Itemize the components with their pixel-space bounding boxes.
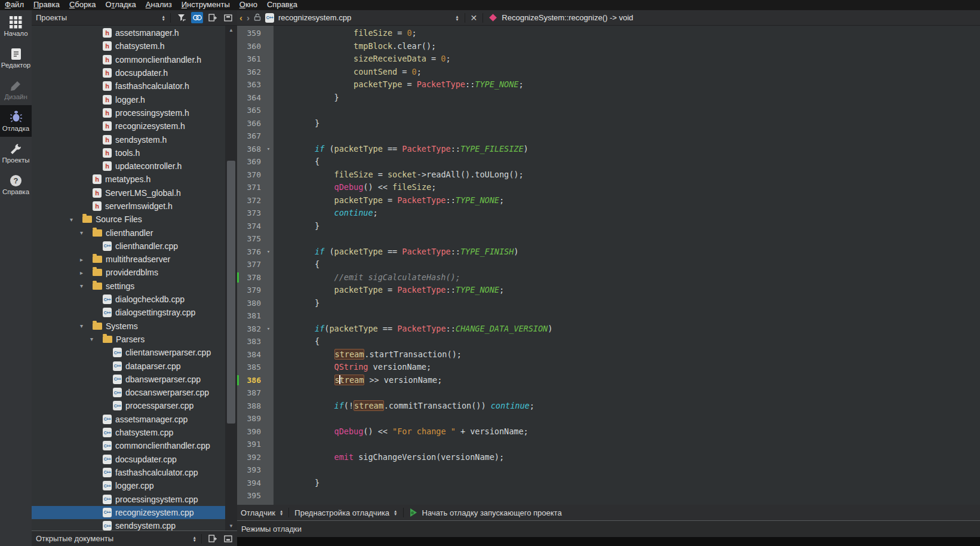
code-line-374[interactable]: 374 } xyxy=(237,220,980,233)
code-line-362[interactable]: 362 countSend = 0; xyxy=(237,66,980,79)
code-line-377[interactable]: 377 { xyxy=(237,258,980,271)
line-number[interactable]: 359 xyxy=(237,27,263,40)
code-line-387[interactable]: 387 xyxy=(237,387,980,400)
line-number[interactable]: 367 xyxy=(237,130,263,143)
start-debugging-button[interactable]: Начать отладку запускающего проекта xyxy=(422,508,562,517)
fold-marker-icon[interactable]: ▾ xyxy=(263,323,274,336)
code-line-369[interactable]: 369 { xyxy=(237,155,980,168)
tree-item-commonclienthandler-h[interactable]: hcommonclienthandler.h xyxy=(32,53,225,66)
line-number[interactable]: 373 xyxy=(237,207,263,220)
code-line-361[interactable]: 361 sizeReceiveData = 0; xyxy=(237,53,980,66)
code-line-394[interactable]: 394 } xyxy=(237,477,980,490)
split-panel-icon[interactable] xyxy=(207,533,219,544)
tree-item-updatecontroller-h[interactable]: hupdatecontroller.h xyxy=(32,159,225,173)
preset-selector-arrows-icon[interactable]: ▲▼ xyxy=(394,510,397,516)
tree-item-assetsmanager-h[interactable]: hassetsmanager.h xyxy=(32,26,225,39)
chevron-down-icon[interactable]: ▾ xyxy=(80,229,93,236)
chevron-right-icon[interactable]: ▸ xyxy=(80,269,93,276)
tree-scrollbar[interactable]: ▲ ▼ xyxy=(225,26,237,530)
menu-item-edit[interactable]: Правка xyxy=(29,0,64,10)
filter-icon[interactable] xyxy=(176,12,188,23)
code-line-364[interactable]: 364 } xyxy=(237,91,980,105)
code-line-376[interactable]: 376▾ if (packetType == PacketType::TYPE_… xyxy=(237,246,980,259)
line-number[interactable]: 394 xyxy=(237,477,263,490)
menu-item-debug[interactable]: Отладка xyxy=(100,0,140,10)
debugger-preset-selector[interactable]: Преднастройка отладчика xyxy=(294,508,389,517)
current-symbol[interactable]: RecognizeSystem::recognize() -> void xyxy=(502,13,633,22)
code-line-386[interactable]: 386 stream >> versionName; xyxy=(237,374,980,387)
mode-debug[interactable]: Отладка xyxy=(0,105,32,137)
line-number[interactable]: 374 xyxy=(237,220,263,233)
line-number[interactable]: 392 xyxy=(237,451,263,464)
menu-item-tools[interactable]: Инструменты xyxy=(177,0,235,10)
chevron-down-icon[interactable]: ▾ xyxy=(70,216,82,223)
close-panel-icon[interactable] xyxy=(222,12,234,23)
tree-item-dbanswerparser-cpp[interactable]: C++dbanswerparser.cpp xyxy=(32,373,225,386)
open-documents-title[interactable]: Открытые документы xyxy=(32,534,193,543)
line-number[interactable]: 380 xyxy=(237,297,263,310)
line-number[interactable]: 385 xyxy=(237,361,263,374)
chevron-down-icon[interactable]: ▾ xyxy=(90,336,103,342)
line-number[interactable]: 391 xyxy=(237,438,263,451)
code-line-366[interactable]: 366 } xyxy=(237,117,980,130)
line-number[interactable]: 368 xyxy=(237,143,263,156)
mode-editor[interactable]: Редактор xyxy=(0,42,32,73)
code-line-371[interactable]: 371 qDebug() << fileSize; xyxy=(237,181,980,194)
document-selector-arrows-icon[interactable]: ▲▼ xyxy=(455,15,459,21)
code-line-391[interactable]: 391 xyxy=(237,438,980,451)
code-line-380[interactable]: 380 } xyxy=(237,297,980,310)
scroll-up-icon[interactable]: ▲ xyxy=(225,26,237,35)
code-line-367[interactable]: 367 xyxy=(237,130,980,143)
close-document-icon[interactable]: ✕ xyxy=(471,13,478,23)
tree-item-docsupdater-h[interactable]: hdocsupdater.h xyxy=(32,66,225,79)
code-line-359[interactable]: 359 fileSize = 0; xyxy=(237,27,980,40)
start-debugging-icon[interactable] xyxy=(410,508,417,517)
line-number[interactable]: 386 xyxy=(237,374,263,387)
line-number[interactable]: 390 xyxy=(237,425,263,438)
line-number[interactable]: 362 xyxy=(237,66,263,79)
tree-item-dataparser-cpp[interactable]: C++dataparser.cpp xyxy=(32,359,225,372)
tree-item-clienthandler[interactable]: ▾clienthandler xyxy=(32,226,225,239)
code-line-388[interactable]: 388 if(!stream.commitTransaction()) cont… xyxy=(237,400,980,413)
tree-item-tools-h[interactable]: htools.h xyxy=(32,146,225,159)
line-number[interactable]: 369 xyxy=(237,155,263,168)
close-panel-icon[interactable] xyxy=(222,533,234,544)
code-line-389[interactable]: 389 xyxy=(237,412,980,425)
code-line-395[interactable]: 395 xyxy=(237,489,980,502)
panel-selector-arrows-icon[interactable]: ▲▼ xyxy=(193,536,196,542)
code-line-368[interactable]: 368▾ if (packetType == PacketType::TYPE_… xyxy=(237,143,980,156)
tree-item-processingsystem-h[interactable]: hprocessingsystem.h xyxy=(32,106,225,119)
line-number[interactable]: 376 xyxy=(237,246,263,259)
fold-marker-icon[interactable]: ▾ xyxy=(263,246,274,259)
tree-item-sendsystem-cpp[interactable]: C++sendsystem.cpp xyxy=(32,519,225,530)
line-number[interactable]: 372 xyxy=(237,194,263,207)
line-number[interactable]: 375 xyxy=(237,232,263,246)
code-line-378[interactable]: 378 //emit sigCalculateHash(); xyxy=(237,271,980,284)
code-line-390[interactable]: 390 qDebug() << "For change " + versionN… xyxy=(237,425,980,438)
tree-item-clienthandler-cpp[interactable]: C++clienthandler.cpp xyxy=(32,240,225,253)
line-number[interactable]: 395 xyxy=(237,489,263,502)
sync-with-editor-icon[interactable] xyxy=(191,12,203,23)
projects-panel-title[interactable]: Проекты xyxy=(32,13,162,22)
line-number[interactable]: 360 xyxy=(237,40,263,53)
line-number[interactable]: 379 xyxy=(237,284,263,297)
tree-item-clientanswerparser-cpp[interactable]: C++clientanswerparser.cpp xyxy=(32,346,225,359)
menu-item-analyze[interactable]: Анализ xyxy=(141,0,177,10)
line-number[interactable]: 378 xyxy=(237,271,263,284)
menu-item-build[interactable]: Сборка xyxy=(64,0,101,10)
tree-item-docsupdater-cpp[interactable]: C++docsupdater.cpp xyxy=(32,453,225,466)
line-number[interactable]: 384 xyxy=(237,348,263,361)
mode-welcome[interactable]: Начало xyxy=(0,10,32,42)
line-number[interactable]: 370 xyxy=(237,168,263,182)
menu-item-file[interactable]: Файл xyxy=(0,0,29,10)
open-file-name[interactable]: recognizesystem.cpp xyxy=(278,13,351,22)
code-line-379[interactable]: 379 packetType = PacketType::TYPE_NONE; xyxy=(237,284,980,297)
line-number[interactable]: 383 xyxy=(237,335,263,348)
tree-item-metatypes-h[interactable]: hmetatypes.h xyxy=(32,173,225,186)
code-line-365[interactable]: 365 xyxy=(237,104,980,117)
code-line-360[interactable]: 360 tmpBlock.clear(); xyxy=(237,40,980,53)
debugger-selector[interactable]: Отладчик xyxy=(241,508,275,517)
tree-item-dialogsettingstray-cpp[interactable]: C++dialogsettingstray.cpp xyxy=(32,306,225,319)
code-line-383[interactable]: 383 { xyxy=(237,335,980,348)
scroll-down-icon[interactable]: ▼ xyxy=(225,522,237,530)
